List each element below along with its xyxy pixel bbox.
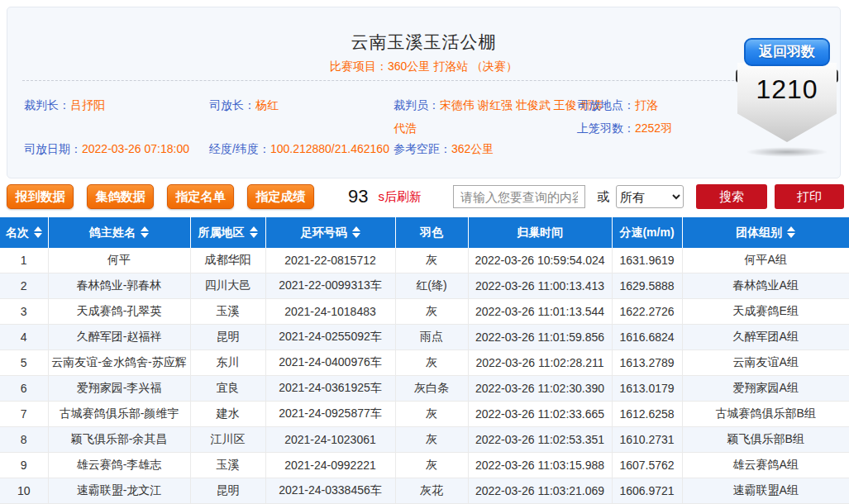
info-value: 代浩 bbox=[393, 121, 417, 135]
cell-team_group: 云南友谊A组 bbox=[682, 350, 849, 376]
table-row: 6爱翔家园-李兴福宜良2021-24-0361925车灰白条2022-03-26… bbox=[0, 376, 849, 402]
cell-rank: 3 bbox=[0, 299, 48, 325]
cell-ring: 2021-22-0815712 bbox=[265, 248, 395, 273]
cell-ring: 2021-24-1023061 bbox=[265, 427, 395, 453]
table-row: 4久醉军团-赵福祥昆明2021-24-0255092车雨点2022-03-26 … bbox=[0, 325, 849, 350]
cell-region: 东川 bbox=[190, 350, 265, 376]
table-row: 3天成赛鸽-孔翠英玉溪2021-24-1018483灰2022-03-26 11… bbox=[0, 299, 849, 325]
cell-return_time: 2022-03-26 11:02:33.665 bbox=[468, 402, 612, 427]
column-header-team_group[interactable]: 团体组别 bbox=[682, 217, 849, 248]
table-row: 2春林鸽业-郭春林四川大邑2021-22-0099313车红(绛)2022-03… bbox=[0, 273, 849, 299]
print-button[interactable]: 打印 bbox=[775, 184, 844, 209]
cell-rank: 6 bbox=[0, 376, 48, 402]
cell-speed: 1610.2731 bbox=[612, 427, 682, 453]
info-value: 2022-03-26 07:18:00 bbox=[82, 142, 189, 155]
cell-team_group: 古城赛鸽俱乐部B组 bbox=[682, 402, 849, 427]
column-header-owner[interactable]: 鸽主姓名 bbox=[48, 217, 190, 248]
info-label: 参考空距： bbox=[393, 142, 451, 155]
cell-team_group: 何平A组 bbox=[682, 248, 849, 273]
divider bbox=[22, 80, 825, 81]
cell-speed: 1606.9721 bbox=[612, 478, 682, 504]
info-label: 司放地点： bbox=[577, 98, 635, 112]
search-input[interactable] bbox=[453, 185, 585, 208]
cell-rank: 5 bbox=[0, 350, 48, 376]
cell-return_time: 2022-03-26 11:02:53.351 bbox=[468, 427, 612, 453]
cell-team_group: 速霸联盟A组 bbox=[682, 478, 849, 504]
cell-owner: 爱翔家园-李兴福 bbox=[48, 376, 190, 402]
column-header-region[interactable]: 所属地区 bbox=[190, 217, 265, 248]
info-reference-distance: 参考空距：362公里 bbox=[393, 142, 494, 157]
cell-owner: 颖飞俱乐部-余其昌 bbox=[48, 427, 190, 453]
refresh-seconds: 93 bbox=[348, 186, 368, 207]
nominated-list-button[interactable]: 指定名单 bbox=[167, 184, 234, 209]
cell-speed: 1613.2789 bbox=[612, 350, 682, 376]
info-release-chief: 司放长：杨红 bbox=[209, 98, 279, 113]
cell-owner: 雄云赛鸽-李雄志 bbox=[48, 453, 190, 478]
cell-return_time: 2022-03-26 11:02:30.390 bbox=[468, 376, 612, 402]
cell-speed: 1612.6258 bbox=[612, 402, 682, 427]
info-referee-chief: 裁判长：吕抒阳 bbox=[24, 98, 105, 113]
cell-region: 建水 bbox=[190, 402, 265, 427]
report-data-button[interactable]: 报到数据 bbox=[7, 184, 74, 209]
column-header-label: 归巢时间 bbox=[517, 226, 563, 239]
column-header-label: 羽色 bbox=[420, 226, 443, 239]
race-subtitle: 比赛项目：360公里 打洛站 （决赛） bbox=[7, 59, 840, 74]
column-header-label: 足环号码 bbox=[301, 226, 347, 239]
cell-region: 四川大邑 bbox=[190, 273, 265, 299]
refresh-suffix-label: s后刷新 bbox=[378, 189, 422, 205]
cell-team_group: 春林鸽业A组 bbox=[682, 273, 849, 299]
cell-speed: 1629.5888 bbox=[612, 273, 682, 299]
nominated-results-button[interactable]: 指定成绩 bbox=[247, 184, 314, 209]
column-header-label: 鸽主姓名 bbox=[89, 226, 136, 239]
returned-count-value: 1210 bbox=[737, 74, 837, 105]
cell-rank: 9 bbox=[0, 453, 48, 478]
results-table: 名次鸽主姓名所属地区足环号码羽色归巢时间分速(m/m)团体组别 1何平成都华阳2… bbox=[0, 217, 849, 504]
cell-team_group: 天成赛鸽E组 bbox=[682, 299, 849, 325]
cell-ring: 2021-24-0992221 bbox=[265, 453, 395, 478]
cell-owner: 云南友谊-金水鸽舍-苏应辉 bbox=[48, 350, 190, 376]
info-value: 打洛 bbox=[635, 98, 658, 112]
cell-return_time: 2022-03-26 11:02:28.211 bbox=[468, 350, 612, 376]
cell-region: 昆明 bbox=[190, 478, 265, 504]
cell-owner: 古城赛鸽俱乐部-颜维宇 bbox=[48, 402, 190, 427]
sort-icon bbox=[352, 226, 360, 238]
column-header-rank[interactable]: 名次 bbox=[0, 217, 48, 248]
info-value: 2252羽 bbox=[635, 121, 672, 135]
cell-team_group: 雄云赛鸽A组 bbox=[682, 453, 849, 478]
cell-speed: 1622.2726 bbox=[612, 299, 682, 325]
cell-owner: 何平 bbox=[48, 248, 190, 273]
cell-ring: 2021-24-0338456车 bbox=[265, 478, 395, 504]
basketing-data-button[interactable]: 集鸽数据 bbox=[87, 184, 154, 209]
info-release-place: 司放地点：打洛 bbox=[577, 98, 658, 113]
cell-rank: 4 bbox=[0, 325, 48, 350]
cell-rank: 2 bbox=[0, 273, 48, 299]
search-button[interactable]: 搜索 bbox=[696, 184, 767, 209]
cell-feather_color: 灰 bbox=[395, 299, 468, 325]
info-label: 经度/纬度： bbox=[209, 142, 270, 155]
cell-return_time: 2022-03-26 11:01:59.856 bbox=[468, 325, 612, 350]
info-referees: 裁判员：宋德伟 谢红强 壮俊武 王俊 邢涛 bbox=[393, 98, 603, 113]
cell-feather_color: 红(绛) bbox=[395, 273, 468, 299]
table-row: 1何平成都华阳2021-22-0815712灰2022-03-26 10:59:… bbox=[0, 248, 849, 273]
sort-icon bbox=[787, 226, 795, 238]
info-label: 上笼羽数： bbox=[577, 121, 635, 135]
returned-count-badge: 1210 返回羽数 bbox=[736, 38, 838, 162]
info-longitude-latitude: 经度/纬度：100.212880/21.462160 bbox=[209, 142, 389, 157]
badge-ribbon-label: 返回羽数 bbox=[744, 38, 830, 66]
table-row: 8颖飞俱乐部-余其昌江川区2021-24-1023061灰2022-03-26 … bbox=[0, 427, 849, 453]
info-value: 杨红 bbox=[255, 98, 279, 112]
info-referees-continued: 代浩 bbox=[393, 121, 417, 136]
column-header-ring[interactable]: 足环号码 bbox=[265, 217, 395, 248]
filter-select[interactable]: 所有 bbox=[616, 185, 684, 208]
sort-icon bbox=[34, 226, 42, 238]
cell-return_time: 2022-03-26 11:03:15.988 bbox=[468, 453, 612, 478]
column-header-label: 所属地区 bbox=[198, 226, 245, 239]
column-header-return_time: 归巢时间 bbox=[468, 217, 612, 248]
column-header-label: 名次 bbox=[6, 226, 29, 239]
cell-region: 玉溪 bbox=[190, 299, 265, 325]
cell-feather_color: 雨点 bbox=[395, 325, 468, 350]
cell-return_time: 2022-03-26 11:01:13.544 bbox=[468, 299, 612, 325]
cell-ring: 2021-24-0361925车 bbox=[265, 376, 395, 402]
sort-icon bbox=[250, 226, 258, 238]
cell-region: 昆明 bbox=[190, 325, 265, 350]
